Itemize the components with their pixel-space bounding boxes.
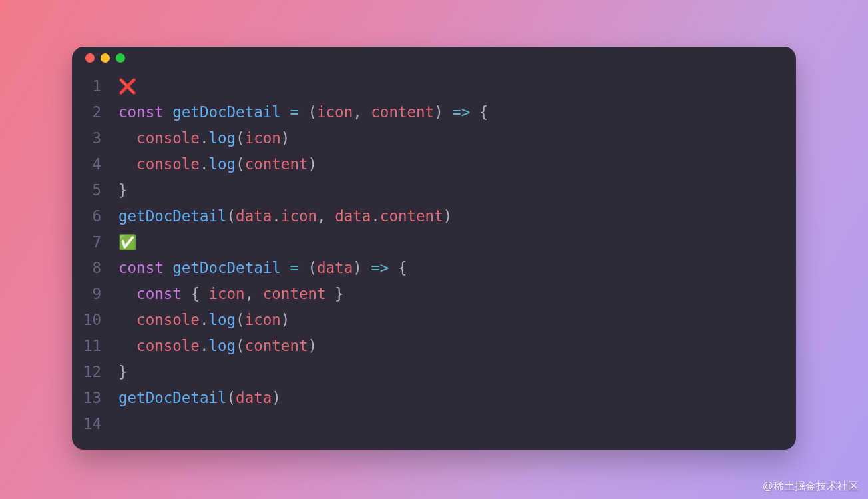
code-token: ( bbox=[227, 389, 236, 406]
code-token bbox=[118, 129, 136, 147]
line-number: 14 bbox=[72, 411, 118, 437]
line-content: ❌ bbox=[118, 73, 796, 99]
code-token: log bbox=[208, 311, 236, 328]
code-token: icon bbox=[281, 207, 317, 225]
code-line: 2const getDocDetail = (icon, content) =>… bbox=[72, 99, 796, 125]
line-number: 4 bbox=[72, 151, 118, 177]
watermark-text: @稀土掘金技术社区 bbox=[763, 480, 859, 494]
line-content: const getDocDetail = (data) => { bbox=[118, 255, 796, 281]
code-token: data bbox=[236, 389, 272, 406]
code-token: ) bbox=[281, 129, 290, 147]
code-token: } bbox=[118, 181, 128, 199]
code-token: => bbox=[371, 259, 389, 276]
close-icon[interactable] bbox=[85, 53, 95, 63]
code-token: ) bbox=[308, 155, 317, 173]
code-token: , bbox=[245, 285, 263, 302]
code-token: log bbox=[208, 129, 236, 147]
line-number: 2 bbox=[72, 99, 118, 125]
code-token: icon bbox=[317, 103, 353, 121]
code-window: 1❌2const getDocDetail = (icon, content) … bbox=[72, 47, 796, 450]
code-token: console bbox=[136, 155, 200, 173]
code-token: ❌ bbox=[118, 78, 136, 95]
line-number: 9 bbox=[72, 281, 118, 307]
code-token: . bbox=[200, 155, 209, 173]
code-token: getDocDetail bbox=[172, 103, 281, 121]
code-line: 14 bbox=[72, 411, 796, 437]
code-token: { bbox=[190, 285, 208, 302]
code-token: { bbox=[389, 259, 407, 276]
code-token: log bbox=[208, 337, 236, 354]
code-token: } bbox=[326, 285, 344, 302]
code-token bbox=[118, 311, 136, 328]
line-number: 6 bbox=[72, 203, 118, 229]
code-line: 12} bbox=[72, 359, 796, 385]
code-token bbox=[299, 259, 308, 276]
code-line: 6getDocDetail(data.icon, data.content) bbox=[72, 203, 796, 229]
code-token: data bbox=[317, 259, 353, 276]
code-token: ( bbox=[227, 207, 236, 225]
code-token: . bbox=[200, 311, 209, 328]
code-line: 1❌ bbox=[72, 73, 796, 99]
line-content bbox=[118, 411, 796, 437]
code-token: ) bbox=[443, 207, 453, 225]
code-token: content bbox=[371, 103, 434, 121]
code-token: ( bbox=[236, 337, 245, 354]
line-content: getDocDetail(data) bbox=[118, 385, 796, 411]
minimize-icon[interactable] bbox=[101, 53, 110, 63]
line-number: 8 bbox=[72, 255, 118, 281]
line-content: const getDocDetail = (icon, content) => … bbox=[118, 99, 796, 125]
line-number: 5 bbox=[72, 177, 118, 203]
code-token: content bbox=[263, 285, 326, 302]
code-token bbox=[281, 103, 290, 121]
line-content: console.log(content) bbox=[118, 151, 796, 177]
line-content: ✅ bbox=[118, 229, 796, 255]
line-number: 11 bbox=[72, 333, 118, 359]
line-content: console.log(content) bbox=[118, 333, 796, 359]
code-token: data bbox=[335, 207, 371, 225]
code-token: content bbox=[380, 207, 443, 225]
code-line: 3 console.log(icon) bbox=[72, 125, 796, 151]
code-token bbox=[281, 259, 290, 276]
code-token: { bbox=[470, 103, 488, 121]
zoom-icon[interactable] bbox=[116, 53, 125, 63]
code-token: => bbox=[452, 103, 470, 121]
code-token: ( bbox=[236, 155, 245, 173]
code-line: 13getDocDetail(data) bbox=[72, 385, 796, 411]
code-token: , bbox=[353, 103, 371, 121]
code-token: ) bbox=[272, 389, 281, 406]
code-line: 5} bbox=[72, 177, 796, 203]
code-line: 8const getDocDetail = (data) => { bbox=[72, 255, 796, 281]
code-token: getDocDetail bbox=[118, 389, 227, 406]
code-token: console bbox=[136, 129, 200, 147]
code-token: ) bbox=[434, 103, 452, 121]
code-token: content bbox=[245, 155, 308, 173]
code-token: ) bbox=[281, 311, 290, 328]
line-content: } bbox=[118, 177, 796, 203]
code-block: 1❌2const getDocDetail = (icon, content) … bbox=[72, 69, 796, 445]
code-token: . bbox=[272, 207, 281, 225]
code-token: = bbox=[290, 103, 299, 121]
line-number: 7 bbox=[72, 229, 118, 255]
code-token bbox=[118, 155, 136, 173]
code-token: getDocDetail bbox=[118, 207, 227, 225]
line-content: console.log(icon) bbox=[118, 125, 796, 151]
line-number: 10 bbox=[72, 307, 118, 333]
code-line: 4 console.log(content) bbox=[72, 151, 796, 177]
window-titlebar bbox=[72, 47, 796, 69]
code-line: 7✅ bbox=[72, 229, 796, 255]
code-token: ) bbox=[308, 337, 317, 354]
code-token: const bbox=[118, 259, 172, 276]
code-token: console bbox=[136, 311, 200, 328]
line-content: } bbox=[118, 359, 796, 385]
code-token: ( bbox=[308, 103, 317, 121]
code-token: ( bbox=[236, 311, 245, 328]
code-token: content bbox=[245, 337, 308, 354]
code-token: log bbox=[208, 155, 236, 173]
code-token: icon bbox=[245, 311, 281, 328]
code-line: 10 console.log(icon) bbox=[72, 307, 796, 333]
code-token bbox=[299, 103, 308, 121]
code-token: . bbox=[200, 337, 209, 354]
code-token: ) bbox=[353, 259, 371, 276]
code-token: = bbox=[290, 259, 299, 276]
line-number: 12 bbox=[72, 359, 118, 385]
